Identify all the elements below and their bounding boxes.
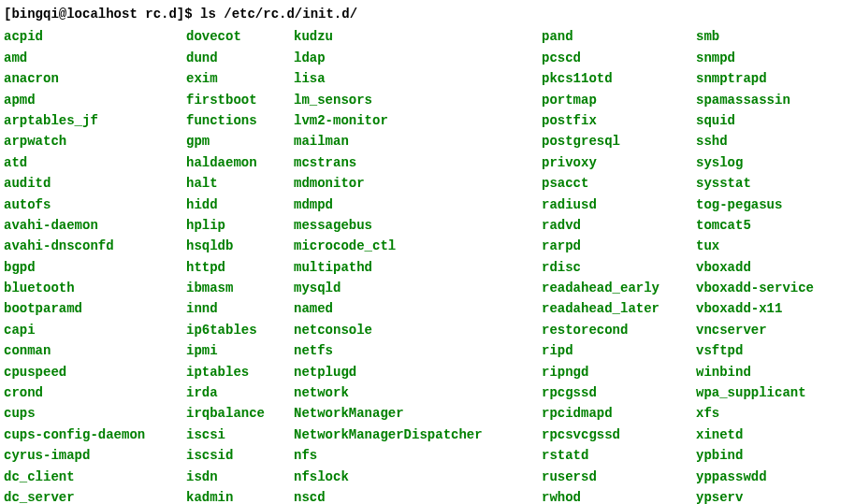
file-entry: psacct: [542, 173, 696, 194]
file-entry: mailman: [294, 131, 542, 151]
file-entry: syslog: [696, 152, 814, 173]
file-entry: arpwatch: [4, 131, 186, 151]
file-entry: tomcat5: [696, 215, 814, 236]
file-entry: amd: [4, 48, 186, 68]
file-entry: rusersd: [542, 467, 696, 487]
file-entry: mdmonitor: [294, 173, 542, 194]
file-entry: ypserv: [696, 487, 814, 504]
file-entry: mcstrans: [294, 152, 542, 173]
file-entry: nfs: [294, 445, 542, 466]
file-entry: netfs: [294, 340, 542, 361]
file-entry: smb: [696, 26, 814, 47]
file-entry: dc_server: [4, 487, 186, 504]
file-entry: multipathd: [294, 257, 542, 278]
file-entry: lvm2-monitor: [294, 110, 542, 131]
file-entry: vsftpd: [696, 340, 814, 361]
file-entry: ypbind: [696, 445, 814, 466]
file-entry: named: [294, 298, 542, 319]
file-entry: ip6tables: [186, 320, 294, 340]
file-entry: hidd: [186, 194, 294, 215]
file-entry: hplip: [186, 215, 294, 236]
file-entry: hsqldb: [186, 236, 294, 256]
file-entry: squid: [696, 110, 814, 131]
file-entry: radvd: [542, 215, 696, 236]
file-entry: microcode_ctl: [294, 236, 542, 256]
file-entry: anacron: [4, 68, 186, 89]
file-entry: bgpd: [4, 257, 186, 278]
file-entry: rpcgssd: [542, 382, 696, 403]
file-entry: cyrus-imapd: [4, 445, 186, 466]
file-entry: restorecond: [542, 320, 696, 340]
file-entry: isdn: [186, 467, 294, 487]
file-entry: kadmin: [186, 487, 294, 504]
column-3: kudzu ldap lisa lm_sensors lvm2-monitor …: [294, 26, 542, 504]
file-entry: lisa: [294, 68, 542, 89]
file-entry: innd: [186, 298, 294, 319]
file-entry: rarpd: [542, 236, 696, 256]
column-5: smb snmpd snmptrapd spamassassin squid s…: [696, 26, 814, 504]
file-entry: functions: [186, 110, 294, 131]
file-entry: netplugd: [294, 362, 542, 382]
file-entry: bootparamd: [4, 298, 186, 319]
file-entry: haldaemon: [186, 152, 294, 173]
file-entry: rstatd: [542, 445, 696, 466]
file-entry: ldap: [294, 48, 542, 68]
file-entry: acpid: [4, 26, 186, 47]
file-entry: rpcidmapd: [542, 403, 696, 424]
file-entry: network: [294, 382, 542, 403]
column-2: dovecot dund exim firstboot functions gp…: [186, 26, 294, 504]
file-entry: postfix: [542, 110, 696, 131]
file-entry: dc_client: [4, 467, 186, 487]
ls-output: acpid amd anacron apmd arptables_jf arpw…: [4, 26, 851, 504]
file-entry: kudzu: [294, 26, 542, 47]
file-entry: apmd: [4, 90, 186, 110]
file-entry: nscd: [294, 487, 542, 504]
file-entry: avahi-daemon: [4, 215, 186, 236]
file-entry: tux: [696, 236, 814, 256]
file-entry: dund: [186, 48, 294, 68]
file-entry: NetworkManagerDispatcher: [294, 425, 542, 445]
file-entry: vncserver: [696, 320, 814, 340]
file-entry: wpa_supplicant: [696, 382, 814, 403]
file-entry: httpd: [186, 257, 294, 278]
file-entry: pcscd: [542, 48, 696, 68]
file-entry: privoxy: [542, 152, 696, 173]
file-entry: sysstat: [696, 173, 814, 194]
file-entry: ipmi: [186, 340, 294, 361]
file-entry: firstboot: [186, 90, 294, 110]
file-entry: snmpd: [696, 48, 814, 68]
file-entry: auditd: [4, 173, 186, 194]
file-entry: pkcs11otd: [542, 68, 696, 89]
file-entry: atd: [4, 152, 186, 173]
file-entry: irqbalance: [186, 403, 294, 424]
file-entry: cpuspeed: [4, 362, 186, 382]
file-entry: mysqld: [294, 278, 542, 298]
file-entry: vboxadd-x11: [696, 298, 814, 319]
file-entry: vboxadd-service: [696, 278, 814, 298]
file-entry: dovecot: [186, 26, 294, 47]
file-entry: gpm: [186, 131, 294, 151]
shell-prompt: [bingqi@localhost rc.d]$ ls /etc/rc.d/in…: [4, 4, 851, 24]
file-entry: winbind: [696, 362, 814, 382]
file-entry: radiusd: [542, 194, 696, 215]
file-entry: readahead_later: [542, 298, 696, 319]
file-entry: pand: [542, 26, 696, 47]
file-entry: nfslock: [294, 467, 542, 487]
file-entry: messagebus: [294, 215, 542, 236]
file-entry: capi: [4, 320, 186, 340]
file-entry: sshd: [696, 131, 814, 151]
file-entry: portmap: [542, 90, 696, 110]
file-entry: tog-pegasus: [696, 194, 814, 215]
column-1: acpid amd anacron apmd arptables_jf arpw…: [4, 26, 186, 504]
file-entry: snmptrapd: [696, 68, 814, 89]
file-entry: halt: [186, 173, 294, 194]
file-entry: cups-config-daemon: [4, 425, 186, 445]
file-entry: vboxadd: [696, 257, 814, 278]
file-entry: postgresql: [542, 131, 696, 151]
file-entry: rpcsvcgssd: [542, 425, 696, 445]
file-entry: xinetd: [696, 425, 814, 445]
file-entry: mdmpd: [294, 194, 542, 215]
file-entry: arptables_jf: [4, 110, 186, 131]
file-entry: crond: [4, 382, 186, 403]
file-entry: rwhod: [542, 487, 696, 504]
